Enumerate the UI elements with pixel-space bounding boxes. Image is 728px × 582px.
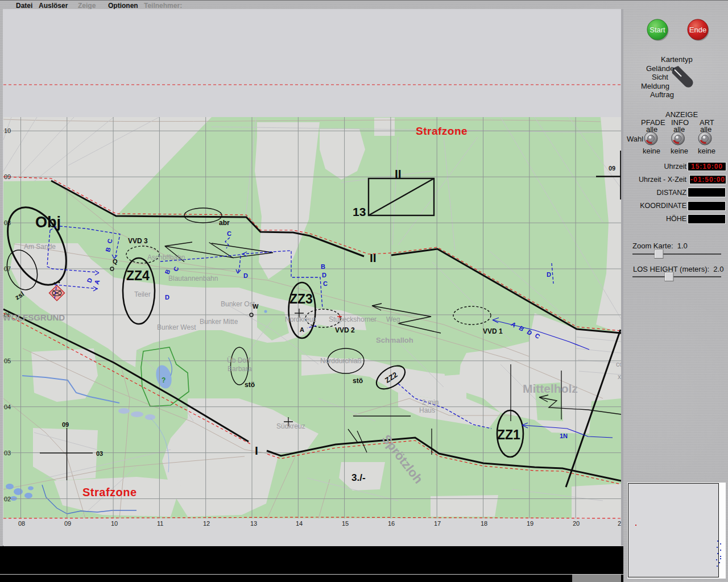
svg-text:2 min: 2 min [422, 398, 439, 406]
svg-text:03: 03 [4, 450, 11, 456]
svg-text:ZZ3: ZZ3 [289, 292, 313, 306]
svg-text:Mittelholz: Mittelholz [523, 382, 578, 395]
svg-text:03: 03 [96, 450, 103, 457]
svg-text:Bunker Ost: Bunker Ost [221, 300, 255, 308]
svg-text:11: 11 [157, 520, 163, 527]
svg-text:Haus: Haus [419, 406, 435, 414]
svg-text:Am Sande: Am Sande [24, 243, 56, 251]
svg-text:12: 12 [203, 520, 210, 527]
svg-text:Norddurchlaß: Norddurchlaß [320, 357, 362, 365]
svg-text:stö: stö [245, 381, 255, 389]
svg-text:1N: 1N [560, 433, 568, 439]
svg-text:B: B [321, 263, 325, 270]
svg-text:VVD 1: VVD 1 [483, 327, 503, 335]
svg-text:Start: Start [650, 26, 665, 34]
svg-text:04: 04 [4, 404, 11, 410]
svg-text:14: 14 [296, 520, 303, 527]
svg-text:?: ? [162, 376, 166, 384]
svg-text:ZZ1: ZZ1 [497, 427, 520, 442]
svg-text:02: 02 [4, 496, 11, 502]
svg-text:Barbara: Barbara [228, 365, 252, 373]
svg-text:Obj: Obj [35, 214, 61, 231]
svg-text:VVD 2: VVD 2 [335, 326, 355, 334]
svg-text:Üb Dorf: Üb Dorf [227, 356, 251, 364]
svg-text:stö: stö [353, 377, 363, 385]
svg-text:A: A [300, 326, 304, 333]
svg-text:W: W [253, 303, 259, 310]
svg-text:19: 19 [527, 520, 533, 527]
svg-text:Südkreuz: Südkreuz [276, 422, 305, 430]
svg-text:D: D [547, 271, 551, 278]
svg-text:Blautannenbahn: Blautannenbahn [168, 275, 218, 282]
svg-text:18: 18 [481, 520, 487, 527]
svg-text:13: 13 [353, 205, 366, 218]
svg-text:D: D [322, 272, 326, 278]
svg-text:abr: abr [219, 219, 230, 227]
svg-text:08: 08 [18, 520, 25, 527]
svg-text:Nordkreuz: Nordkreuz [285, 315, 316, 323]
svg-text:Aschbffbahn: Aschbffbahn [147, 253, 185, 261]
svg-text:VVD 3: VVD 3 [128, 237, 148, 245]
svg-text:Strafzone: Strafzone [82, 486, 137, 498]
svg-text:C: C [323, 280, 328, 287]
svg-text:05: 05 [4, 357, 11, 364]
svg-text:Strafzone: Strafzone [416, 125, 468, 137]
svg-text:WOLFSGRUND: WOLFSGRUND [3, 313, 65, 322]
svg-text:C: C [227, 230, 231, 237]
svg-text:Stupeckshorner: Stupeckshorner [329, 315, 377, 323]
svg-text:16: 16 [388, 520, 395, 527]
svg-text:Bunker Mitte: Bunker Mitte [200, 318, 238, 326]
svg-text:Q: Q [113, 258, 118, 265]
svg-text:20: 20 [573, 520, 580, 527]
svg-text:I: I [255, 444, 258, 457]
svg-text:D: D [243, 272, 248, 279]
svg-text:ZZ4: ZZ4 [126, 268, 150, 283]
svg-text:17: 17 [434, 520, 441, 527]
svg-text:09: 09 [62, 421, 69, 428]
svg-text:13: 13 [250, 520, 257, 527]
svg-text:II: II [395, 167, 402, 180]
svg-text:Bunker West: Bunker West [157, 323, 196, 331]
svg-text:Weg: Weg [386, 315, 400, 323]
svg-text:Ende: Ende [689, 26, 706, 34]
svg-text:09: 09 [64, 520, 71, 527]
svg-text:3./-: 3./- [351, 472, 366, 483]
svg-text:II: II [370, 251, 377, 264]
svg-text:Teiler: Teiler [134, 290, 151, 298]
svg-text:10: 10 [4, 127, 11, 134]
svg-text:09: 09 [609, 165, 615, 172]
svg-text:D: D [165, 294, 169, 301]
svg-text:10: 10 [111, 520, 118, 527]
svg-text:Schmalloh: Schmalloh [376, 336, 413, 344]
svg-text:15: 15 [342, 520, 349, 527]
